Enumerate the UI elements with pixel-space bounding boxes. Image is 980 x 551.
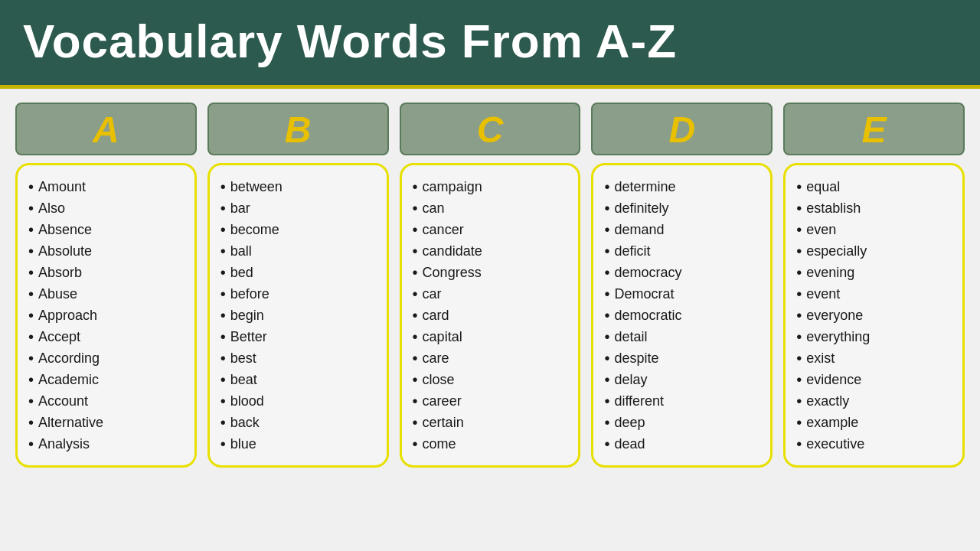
list-item: delay: [604, 369, 763, 390]
list-item: certain: [413, 412, 571, 433]
word-box-B: betweenbarbecomeballbedbeforebeginBetter…: [207, 163, 389, 468]
list-item: Absence: [28, 219, 187, 240]
list-item: deep: [604, 412, 763, 433]
word-box-D: determinedefinitelydemanddeficitdemocrac…: [591, 163, 773, 468]
list-item: Approach: [28, 305, 187, 326]
list-item: exist: [796, 347, 955, 369]
list-item: Analysis: [28, 433, 187, 455]
word-box-A: AmountAlsoAbsenceAbsoluteAbsorbAbuseAppr…: [15, 163, 197, 468]
list-item: Academic: [28, 369, 187, 390]
col-header-A: A: [15, 103, 197, 155]
list-item: Amount: [28, 176, 187, 197]
list-item: bed: [220, 262, 379, 283]
list-item: executive: [796, 433, 955, 455]
col-header-D: D: [591, 103, 773, 155]
list-item: close: [413, 369, 571, 390]
letter-label-D: D: [668, 109, 695, 150]
list-item: detail: [604, 326, 763, 347]
letter-label-E: E: [862, 109, 887, 150]
list-item: evidence: [796, 369, 955, 390]
list-item: back: [220, 412, 379, 433]
list-item: everything: [796, 326, 955, 347]
list-item: card: [413, 305, 571, 326]
letter-label-B: B: [285, 109, 312, 150]
list-item: blood: [220, 390, 379, 412]
list-item: definitely: [604, 197, 763, 219]
column-B: BbetweenbarbecomeballbedbeforebeginBette…: [207, 103, 389, 468]
list-item: best: [220, 347, 379, 369]
page-title: Vocabulary Words From A-Z: [23, 14, 957, 68]
list-item: equal: [796, 176, 955, 197]
list-item: everyone: [796, 305, 955, 326]
list-item: ball: [220, 240, 379, 262]
list-item: before: [220, 283, 379, 305]
list-item: Absorb: [28, 262, 187, 283]
list-item: cancer: [413, 219, 571, 240]
column-E: Eequalestablishevenespeciallyeveningeven…: [783, 103, 965, 468]
list-item: especially: [796, 240, 955, 262]
list-item: According: [28, 347, 187, 369]
list-item: evening: [796, 262, 955, 283]
list-item: capital: [413, 326, 571, 347]
column-D: Ddeterminedefinitelydemanddeficitdemocra…: [591, 103, 773, 468]
list-item: Account: [28, 390, 187, 412]
list-item: campaign: [413, 176, 571, 197]
word-box-E: equalestablishevenespeciallyeveningevent…: [783, 163, 965, 468]
list-item: establish: [796, 197, 955, 219]
list-item: Better: [220, 326, 379, 347]
header: Vocabulary Words From A-Z: [0, 0, 980, 89]
list-item: democratic: [604, 305, 763, 326]
list-item: Absolute: [28, 240, 187, 262]
list-item: career: [413, 390, 571, 412]
list-item: bar: [220, 197, 379, 219]
letter-label-A: A: [93, 109, 119, 150]
list-item: dead: [604, 433, 763, 455]
list-item: become: [220, 219, 379, 240]
list-item: democracy: [604, 262, 763, 283]
list-item: despite: [604, 347, 763, 369]
list-item: Abuse: [28, 283, 187, 305]
column-C: CcampaigncancancercandidateCongresscarca…: [400, 103, 581, 468]
list-item: begin: [220, 305, 379, 326]
list-item: example: [796, 412, 955, 433]
col-header-C: C: [400, 103, 581, 155]
list-item: come: [413, 433, 571, 455]
list-item: even: [796, 219, 955, 240]
list-item: care: [413, 347, 571, 369]
list-item: car: [413, 283, 571, 305]
list-item: deficit: [604, 240, 763, 262]
list-item: between: [220, 176, 379, 197]
list-item: different: [604, 390, 763, 412]
col-header-B: B: [207, 103, 389, 155]
list-item: blue: [220, 433, 379, 455]
col-header-E: E: [783, 103, 965, 155]
list-item: exactly: [796, 390, 955, 412]
letter-label-C: C: [477, 109, 504, 150]
list-item: Alternative: [28, 412, 187, 433]
list-item: Also: [28, 197, 187, 219]
word-box-C: campaigncancancercandidateCongresscarcar…: [400, 163, 581, 468]
list-item: Congress: [413, 262, 571, 283]
list-item: event: [796, 283, 955, 305]
column-A: AAmountAlsoAbsenceAbsoluteAbsorbAbuseApp…: [15, 103, 197, 468]
content-area: AAmountAlsoAbsenceAbsoluteAbsorbAbuseApp…: [0, 89, 980, 475]
list-item: beat: [220, 369, 379, 390]
list-item: candidate: [413, 240, 571, 262]
list-item: determine: [604, 176, 763, 197]
list-item: Accept: [28, 326, 187, 347]
list-item: Democrat: [604, 283, 763, 305]
list-item: can: [413, 197, 571, 219]
list-item: demand: [604, 219, 763, 240]
